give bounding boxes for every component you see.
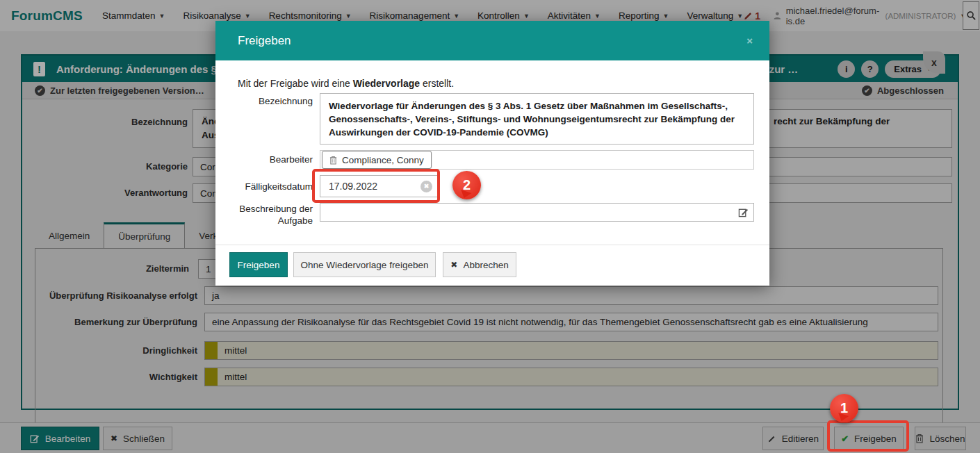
dialog-bezeichnung-label: Bezeichnung xyxy=(229,96,313,106)
bearbeiter-chip-label: Compliance, Conny xyxy=(342,155,424,165)
close-icon: ✖ xyxy=(450,260,457,270)
dialog-bearbeiter-input[interactable]: Compliance, Conny xyxy=(320,150,754,170)
dialog-task-input[interactable] xyxy=(320,203,754,222)
compose-icon[interactable] xyxy=(738,207,749,217)
app-window: ForumCMS Stammdaten▼ Risikoanalyse▼ Rech… xyxy=(0,0,980,453)
step-badge-2: 2 xyxy=(452,171,481,199)
dialog-due-date-label: Fälligkeitsdatum xyxy=(229,181,313,192)
intro-prefix: Mit der Freigabe wird eine xyxy=(238,78,353,89)
dialog-abbrechen-button[interactable]: ✖ Abbrechen xyxy=(443,252,516,277)
dialog-header: Freigeben × xyxy=(215,21,769,60)
dialog-task-label: Beschreibung der Aufgabe xyxy=(229,203,313,226)
dialog-bearbeiter-label: Bearbeiter xyxy=(229,154,313,165)
dialog-ohne-wiedervorlage-button[interactable]: Ohne Wiedervorlage freigeben xyxy=(293,252,436,277)
trash-icon[interactable] xyxy=(329,156,337,165)
dialog-intro: Mit der Freigabe wird eine Wiedervorlage… xyxy=(238,78,454,89)
bearbeiter-chip[interactable]: Compliance, Conny xyxy=(322,151,432,169)
dialog-bezeichnung-input[interactable]: Wiedervorlage für Änderungen des § 3 Abs… xyxy=(320,93,754,145)
intro-bold: Wiedervorlage xyxy=(353,78,420,89)
dialog-freigeben-button[interactable]: Freigeben xyxy=(229,252,288,277)
dialog-close-button[interactable]: × xyxy=(746,35,753,47)
intro-suffix: erstellt. xyxy=(420,78,454,89)
freigeben-dialog: Freigeben × Mit der Freigabe wird eine W… xyxy=(215,21,769,286)
highlight-due-date xyxy=(312,169,440,203)
step-badge-1: 1 xyxy=(830,394,858,422)
dialog-title: Freigeben xyxy=(238,34,291,48)
dialog-footer: Freigeben Ohne Wiedervorlage freigeben ✖… xyxy=(215,245,769,286)
abbrechen-label: Abbrechen xyxy=(463,260,508,270)
